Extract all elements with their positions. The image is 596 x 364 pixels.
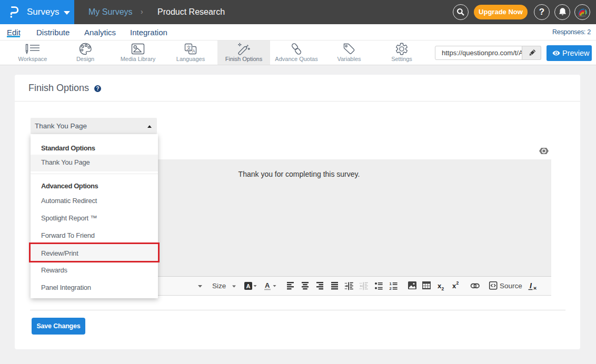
svg-text:1: 1 [390,281,392,286]
svg-text:2: 2 [456,280,459,286]
svg-text:A: A [246,283,251,289]
svg-text:Source: Source [500,282,522,290]
svg-text:✕: ✕ [533,286,537,291]
svg-text:Size: Size [212,282,226,290]
svg-text:I: I [530,281,532,290]
svg-text:A: A [192,48,195,54]
svg-text:2: 2 [390,286,392,291]
svg-text:A: A [265,281,270,289]
svg-text:文: 文 [186,45,191,50]
svg-text:2: 2 [442,286,444,291]
